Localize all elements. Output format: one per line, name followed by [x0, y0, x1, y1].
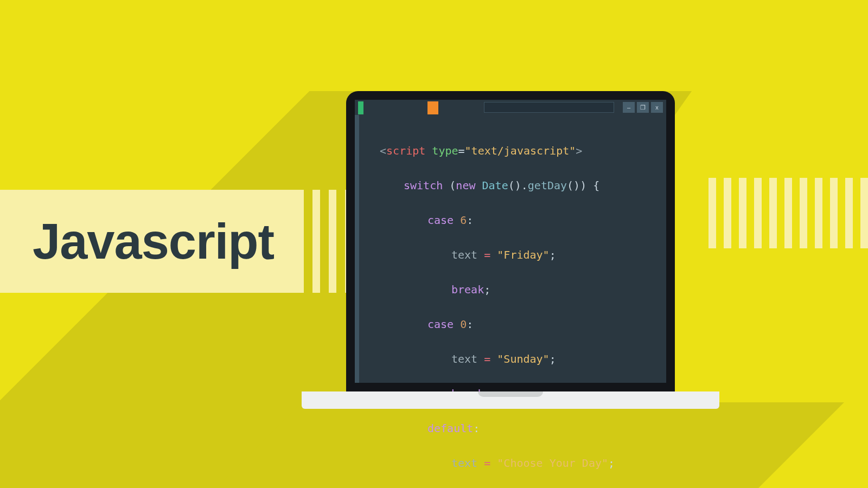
code-line: default:	[380, 420, 661, 437]
code-line: switch (new Date().getDay()) {	[380, 177, 661, 194]
tab-indicator-active	[358, 101, 363, 114]
code-line: break;	[380, 281, 661, 298]
laptop: – ❐ x <script type="text/javascript"> sw…	[335, 91, 686, 411]
code-line: <script type="text/javascript">	[380, 142, 661, 159]
laptop-screen-bezel: – ❐ x <script type="text/javascript"> sw…	[346, 91, 675, 391]
code-line: text = "Sunday";	[380, 350, 661, 368]
code-line: case 6:	[380, 211, 661, 229]
editor-menubar	[484, 102, 614, 113]
code-line: text = "Friday";	[380, 246, 661, 264]
editor-gutter	[355, 115, 359, 383]
code-line: text = "Choose Your Day";	[380, 454, 661, 472]
editor-topbar: – ❐ x	[355, 100, 666, 115]
page-title: Javascript	[33, 213, 274, 270]
window-minimize-button[interactable]: –	[623, 102, 635, 113]
window-close-button[interactable]: x	[651, 102, 663, 113]
title-band: Javascript	[0, 190, 304, 293]
window-maximize-button[interactable]: ❐	[637, 102, 649, 113]
laptop-trackpad-notch	[478, 391, 543, 397]
laptop-base	[302, 391, 719, 409]
tab-indicator-modified	[427, 101, 438, 114]
decorative-stripes-right	[709, 178, 868, 248]
code-content: <script type="text/javascript"> switch (…	[380, 125, 661, 377]
code-editor: – ❐ x <script type="text/javascript"> sw…	[355, 100, 666, 383]
code-line: case 0:	[380, 316, 661, 333]
